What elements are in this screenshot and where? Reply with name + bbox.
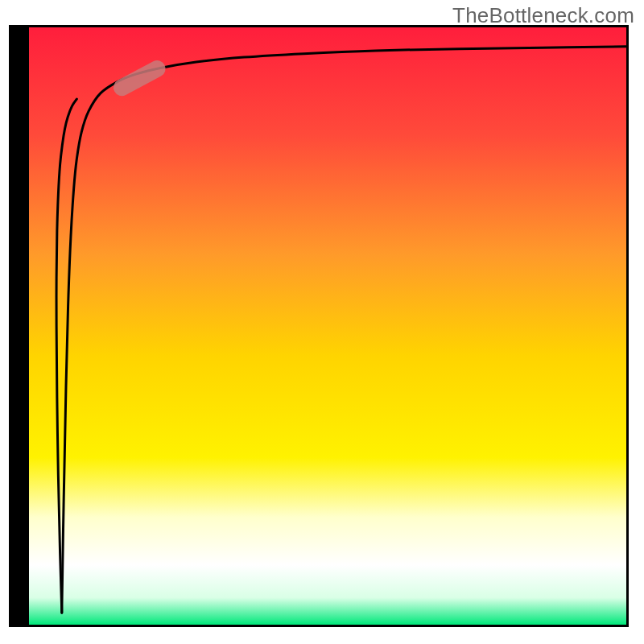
frame-right	[626, 25, 629, 627]
chart-stage: TheBottleneck.com	[0, 0, 644, 644]
plot-area	[9, 25, 629, 627]
bottleneck-chart	[0, 0, 644, 644]
gradient-background	[29, 27, 626, 625]
watermark-text: TheBottleneck.com	[452, 3, 634, 28]
frame-bottom	[27, 625, 629, 627]
frame-left	[9, 25, 29, 627]
